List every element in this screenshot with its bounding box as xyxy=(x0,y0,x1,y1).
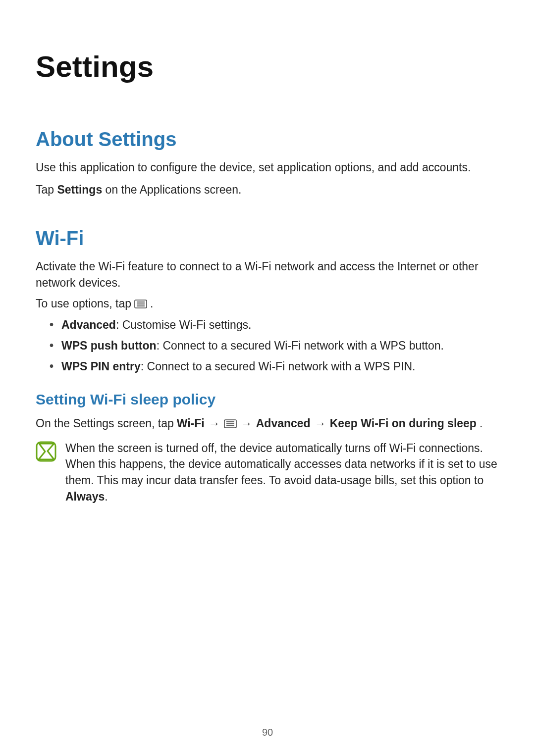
option-desc: : Connect to a secured Wi-Fi network wit… xyxy=(157,339,444,352)
wifi-intro: Activate the Wi-Fi feature to connect to… xyxy=(36,258,499,292)
menu-icon xyxy=(134,300,147,308)
arrow-icon: → xyxy=(240,415,253,432)
path-step-wifi: Wi-Fi xyxy=(177,415,205,432)
about-paragraph-1: Use this application to configure the de… xyxy=(36,159,499,176)
heading-wifi: Wi-Fi xyxy=(36,227,499,250)
about-paragraph-2: Tap Settings on the Applications screen. xyxy=(36,182,499,198)
about-para2-prefix: Tap xyxy=(36,183,57,196)
list-item: WPS PIN entry: Connect to a secured Wi-F… xyxy=(50,358,499,376)
heading-about-settings: About Settings xyxy=(36,128,499,151)
wifi-options-line: To use options, tap . xyxy=(36,297,499,310)
note-bold-always: Always xyxy=(65,490,105,503)
about-para2-tap-target: Settings xyxy=(57,183,102,196)
note-text: When the screen is turned off, the devic… xyxy=(65,440,499,505)
path-suffix: . xyxy=(480,415,482,432)
list-item: Advanced: Customise Wi-Fi settings. xyxy=(50,316,499,334)
wifi-options-suffix: . xyxy=(150,297,153,310)
page-number: 90 xyxy=(0,727,535,738)
list-item: WPS push button: Connect to a secured Wi… xyxy=(50,337,499,355)
option-term: WPS PIN entry xyxy=(61,360,141,373)
note-icon xyxy=(36,441,56,462)
option-term: Advanced xyxy=(61,318,116,331)
option-desc: : Connect to a secured Wi-Fi network wit… xyxy=(141,360,416,373)
heading-wifi-sleep-policy: Setting Wi-Fi sleep policy xyxy=(36,391,499,408)
path-prefix: On the Settings screen, tap xyxy=(36,415,174,432)
path-step-advanced: Advanced xyxy=(256,415,311,432)
section-wifi: Wi-Fi Activate the Wi-Fi feature to conn… xyxy=(36,227,499,505)
note-tail: . xyxy=(105,490,107,503)
about-para2-suffix: on the Applications screen. xyxy=(106,183,242,196)
wifi-sleep-path: On the Settings screen, tap Wi-Fi → → Ad… xyxy=(36,415,499,432)
arrow-icon: → xyxy=(314,415,327,432)
page-title: Settings xyxy=(36,50,499,84)
wifi-options-prefix: To use options, tap xyxy=(36,297,131,310)
note-block: When the screen is turned off, the devic… xyxy=(36,440,499,505)
option-term: WPS push button xyxy=(61,339,157,352)
section-about: About Settings Use this application to c… xyxy=(36,128,499,199)
option-desc: : Customise Wi-Fi settings. xyxy=(116,318,252,331)
wifi-options-list: Advanced: Customise Wi-Fi settings. WPS … xyxy=(36,316,499,375)
menu-icon xyxy=(224,419,237,428)
path-step-keep-wifi: Keep Wi-Fi on during sleep xyxy=(330,415,477,432)
arrow-icon: → xyxy=(208,415,221,432)
note-body: When the screen is turned off, the devic… xyxy=(65,442,497,487)
